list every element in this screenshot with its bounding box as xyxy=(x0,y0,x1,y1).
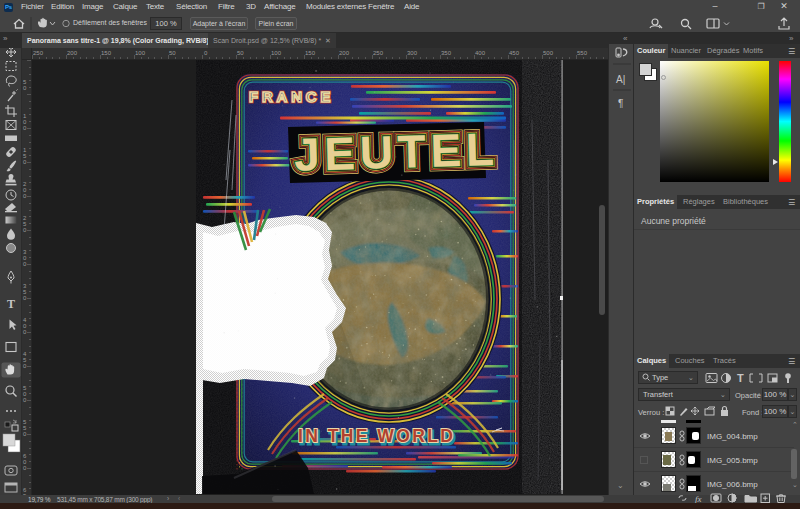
svg-text:¶: ¶ xyxy=(618,98,623,109)
svg-text:fx: fx xyxy=(695,494,702,504)
svg-text:IN THE WORLD: IN THE WORLD xyxy=(298,426,456,446)
svg-text:A|: A| xyxy=(616,74,625,85)
svg-text:T: T xyxy=(7,297,15,311)
svg-text:T: T xyxy=(737,372,744,384)
svg-text:FRANCE: FRANCE xyxy=(249,88,335,105)
